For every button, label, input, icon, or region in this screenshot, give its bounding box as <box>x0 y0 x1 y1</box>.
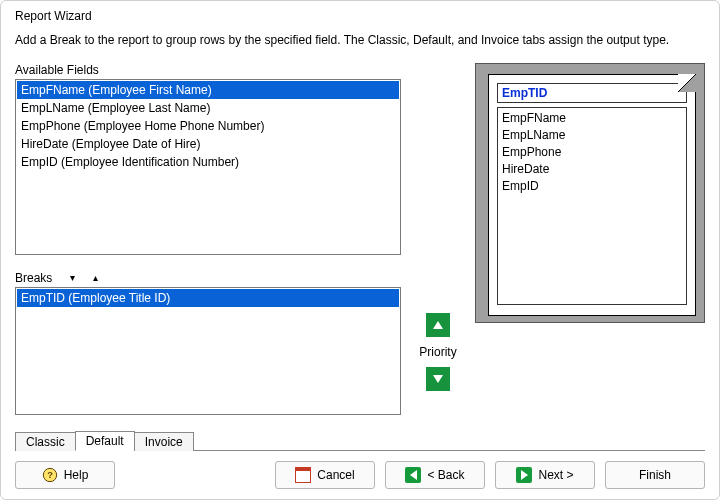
priority-label: Priority <box>419 345 456 359</box>
priority-down-button[interactable] <box>426 367 450 391</box>
preview-field: HireDate <box>502 161 682 178</box>
preview-group-header: EmpTID <box>497 83 687 103</box>
breaks-label: Breaks <box>15 271 52 285</box>
tab-invoice[interactable]: Invoice <box>134 432 194 451</box>
window-title: Report Wizard <box>15 9 705 23</box>
preview-page: EmpTID EmpFNameEmpLNameEmpPhoneHireDateE… <box>488 74 696 316</box>
next-label: Next > <box>538 468 573 482</box>
preview-body: EmpFNameEmpLNameEmpPhoneHireDateEmpID <box>497 107 687 305</box>
list-item[interactable]: EmpFName (Employee First Name) <box>17 81 399 99</box>
preview-field: EmpID <box>502 178 682 195</box>
fields-column: Available Fields EmpFName (Employee Firs… <box>15 63 401 415</box>
tab-classic[interactable]: Classic <box>15 432 76 451</box>
next-button[interactable]: Next > <box>495 461 595 489</box>
breaks-label-row: Breaks ▾ ▴ <box>15 271 401 285</box>
back-button[interactable]: < Back <box>385 461 485 489</box>
list-item[interactable]: HireDate (Employee Date of Hire) <box>17 135 399 153</box>
main-content: Available Fields EmpFName (Employee Firs… <box>15 63 705 415</box>
back-label: < Back <box>427 468 464 482</box>
page-description: Add a Break to the report to group rows … <box>15 33 705 47</box>
arrow-left-icon <box>405 467 421 483</box>
preview-column: EmpTID EmpFNameEmpLNameEmpPhoneHireDateE… <box>475 63 705 415</box>
list-item[interactable]: EmpPhone (Employee Home Phone Number) <box>17 117 399 135</box>
report-wizard-window: Report Wizard Add a Break to the report … <box>0 0 720 500</box>
list-item[interactable]: EmpID (Employee Identification Number) <box>17 153 399 171</box>
tab-default[interactable]: Default <box>75 431 135 451</box>
cancel-icon <box>295 467 311 483</box>
help-button[interactable]: ? Help <box>15 461 115 489</box>
available-fields-label: Available Fields <box>15 63 401 77</box>
list-item[interactable]: EmpLName (Employee Last Name) <box>17 99 399 117</box>
preview-field: EmpFName <box>502 110 682 127</box>
preview-frame: EmpTID EmpFNameEmpLNameEmpPhoneHireDateE… <box>475 63 705 323</box>
finish-button[interactable]: Finish <box>605 461 705 489</box>
preview-field: EmpLName <box>502 127 682 144</box>
svg-text:?: ? <box>47 470 53 480</box>
output-type-tabs: ClassicDefaultInvoice <box>15 430 705 451</box>
help-label: Help <box>64 468 89 482</box>
priority-column: Priority <box>411 63 465 415</box>
help-icon: ? <box>42 467 58 483</box>
arrow-right-icon <box>516 467 532 483</box>
sort-down-icon[interactable]: ▾ <box>70 273 75 283</box>
wizard-footer: ? Help Cancel < Back Next > Finish <box>15 461 705 489</box>
available-fields-list[interactable]: EmpFName (Employee First Name)EmpLName (… <box>15 79 401 255</box>
cancel-label: Cancel <box>317 468 354 482</box>
sort-up-icon[interactable]: ▴ <box>93 273 98 283</box>
cancel-button[interactable]: Cancel <box>275 461 375 489</box>
list-item[interactable]: EmpTID (Employee Title ID) <box>17 289 399 307</box>
preview-field: EmpPhone <box>502 144 682 161</box>
finish-label: Finish <box>639 468 671 482</box>
breaks-fields-list[interactable]: EmpTID (Employee Title ID) <box>15 287 401 415</box>
page-fold-icon <box>678 74 696 92</box>
priority-up-button[interactable] <box>426 313 450 337</box>
